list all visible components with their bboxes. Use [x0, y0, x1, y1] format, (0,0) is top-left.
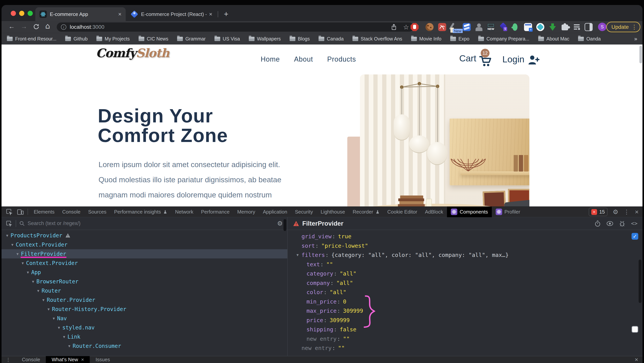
props-scrollbar[interactable]	[639, 260, 642, 303]
devtools-tab-sources[interactable]: Sources	[84, 207, 110, 217]
tree-row[interactable]: Router-History.Provider	[2, 304, 287, 314]
forward-icon[interactable]: →	[21, 23, 27, 30]
devtools-tab-lighthouse[interactable]: Lighthouse	[317, 207, 349, 217]
adblock-extension-icon[interactable]	[410, 23, 418, 31]
nav-link-products[interactable]: Products	[327, 55, 356, 63]
macos-zoom-button[interactable]	[28, 11, 33, 16]
red-scribble-extension-icon[interactable]	[438, 23, 446, 31]
prop-row[interactable]: company:"all"	[288, 278, 642, 288]
bookmark-folder[interactable]: Front-end Resour...	[7, 36, 56, 42]
address-bar[interactable]: localhost:3000	[57, 23, 414, 32]
tree-row[interactable]: styled.nav	[2, 323, 287, 332]
prop-row[interactable]: new entry:""	[288, 334, 642, 343]
devtools-settings-icon[interactable]	[613, 208, 618, 216]
expand-arrow-icon[interactable]	[27, 270, 29, 275]
devtools-tab-memory[interactable]: Memory	[234, 207, 259, 217]
prop-row[interactable]: shipping:false	[288, 325, 642, 334]
browser-menu-icon[interactable]	[631, 24, 637, 30]
prop-row[interactable]: filters:{category: "all", color: "all", …	[288, 250, 642, 260]
bookmarks-overflow-icon[interactable]	[634, 36, 638, 42]
expand-arrow-icon[interactable]	[37, 288, 39, 293]
tree-row-selected[interactable]: FilterProvider	[2, 249, 287, 258]
green-character-extension-icon[interactable]	[511, 23, 519, 31]
devtools-tab-adblock[interactable]: AdBlock	[421, 207, 447, 217]
bookmark-folder[interactable]: About Mac	[538, 36, 570, 42]
expand-arrow-icon[interactable]	[22, 261, 24, 265]
bookmark-folder[interactable]: Expo	[450, 36, 470, 42]
expand-arrow-icon[interactable]	[11, 242, 14, 247]
pen-extension-icon[interactable]: New	[450, 23, 458, 31]
prop-row[interactable]: grid_view:true	[288, 232, 642, 241]
error-count-badge[interactable]: 15	[589, 208, 608, 216]
stopwatch-icon[interactable]	[594, 220, 601, 227]
tree-row[interactable]: Router	[2, 286, 287, 295]
devtools-tab-recorder[interactable]: Recorder	[349, 207, 384, 217]
tab-close-icon[interactable]	[118, 11, 122, 18]
tree-row[interactable]: Router.Consumer	[2, 341, 287, 350]
tree-row[interactable]: Router.Provider	[2, 295, 287, 304]
drawer-menu-icon[interactable]	[6, 357, 11, 362]
drawer-tab-whats-new[interactable]: What's New	[46, 356, 90, 363]
tree-row[interactable]: Context.Provider	[2, 258, 287, 268]
new-tab-button[interactable]	[222, 10, 230, 19]
tree-row[interactable]: ProductsProvider	[2, 231, 287, 240]
nav-link-home[interactable]: Home	[261, 55, 280, 63]
site-info-icon[interactable]	[61, 24, 66, 30]
bookmark-folder[interactable]: US Visa	[214, 36, 240, 42]
expand-arrow-icon[interactable]	[48, 307, 50, 311]
bookmark-folder[interactable]: Movie Info	[411, 36, 442, 42]
expand-arrow-icon[interactable]	[63, 334, 65, 339]
drawer-tab-issues[interactable]: Issues	[90, 356, 116, 363]
prop-row[interactable]: color:"all"	[288, 287, 642, 297]
devtools-menu-icon[interactable]	[624, 209, 630, 215]
page-scrollbar[interactable]	[640, 46, 642, 63]
prop-row[interactable]: category:"all"	[288, 269, 642, 278]
tree-scrollbar[interactable]	[284, 219, 286, 231]
bookmark-folder[interactable]: Wallpapers	[249, 36, 281, 42]
bug-icon[interactable]	[619, 220, 625, 227]
expand-arrow-icon[interactable]	[296, 252, 298, 257]
playlist-extension-icon[interactable]	[573, 23, 581, 31]
bookmark-folder[interactable]: Company Prepara...	[478, 36, 530, 42]
boolean-checkbox-checked[interactable]	[632, 233, 638, 240]
nav-link-about[interactable]: About	[294, 55, 313, 63]
login-button[interactable]: Login	[502, 53, 540, 65]
bookmark-folder[interactable]: My Projects	[96, 36, 130, 42]
devtools-tab-console[interactable]: Console	[58, 207, 84, 217]
puzzle-extension-icon[interactable]	[561, 23, 569, 31]
new-dark-extension-icon[interactable]: NEW	[487, 23, 495, 31]
tab-close-icon[interactable]	[209, 11, 212, 18]
devtools-tab-performance-insights[interactable]: Performance insights	[110, 207, 171, 217]
inspect-component-icon[interactable]	[6, 220, 12, 227]
bookmark-folder[interactable]: Blogs	[290, 36, 310, 42]
update-button[interactable]: Update	[606, 22, 640, 32]
expand-arrow-icon[interactable]	[58, 325, 60, 330]
devtools-tab-application[interactable]: Application	[259, 207, 291, 217]
tree-row[interactable]: BrowserRouter	[2, 277, 287, 286]
share-icon[interactable]	[391, 24, 397, 30]
drawer-tab-close-icon[interactable]	[81, 357, 84, 362]
window-plus-extension-icon[interactable]: +	[524, 23, 532, 31]
expand-arrow-icon[interactable]	[32, 279, 34, 284]
teal-circle-extension-icon[interactable]	[536, 23, 544, 31]
devtools-tab-cookie-editor[interactable]: Cookie Editor	[384, 207, 421, 217]
bookmark-folder[interactable]: Grammar	[177, 36, 206, 42]
tab-ecommerce-project[interactable]: E-commerce Project (React) -	[126, 7, 216, 21]
prop-row[interactable]: new entry:""	[288, 343, 642, 353]
component-search-input[interactable]: Search (text or /regex/)	[28, 220, 80, 226]
site-logo[interactable]: ComfySloth	[96, 46, 169, 60]
bookmark-folder[interactable]: Oanda	[578, 36, 601, 42]
devtools-tab-components[interactable]: Components	[447, 207, 492, 217]
prop-row[interactable]: price:309999	[288, 315, 642, 325]
sidebar-toggle-extension-icon[interactable]	[584, 23, 593, 31]
macos-minimize-button[interactable]	[19, 11, 24, 16]
drawer-close-icon[interactable]	[634, 356, 638, 363]
boolean-checkbox-unchecked[interactable]	[632, 326, 638, 333]
tree-row[interactable]: Nav	[2, 314, 287, 323]
bookmark-folder[interactable]: Stack Overflow Ans	[352, 36, 402, 42]
green-arrow-extension-icon[interactable]	[548, 23, 556, 31]
bookmark-folder[interactable]: Canada	[318, 36, 344, 42]
eye-icon[interactable]	[606, 221, 613, 226]
prop-row[interactable]: sort:"price-lowest"	[288, 241, 642, 250]
tree-row[interactable]: Context.Provider	[2, 240, 287, 249]
